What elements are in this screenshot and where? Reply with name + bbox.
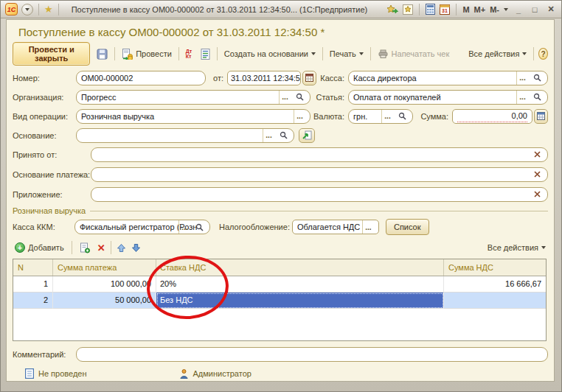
statya-field[interactable]: Оплата от покупателей ... [348, 90, 548, 105]
minimize-button[interactable]: _ [513, 5, 524, 14]
cell-payment[interactable]: 50 000,00 [53, 293, 156, 309]
col-header-vat-rate[interactable]: Ставка НДС [156, 259, 444, 276]
add-row-button[interactable]: + Добавить [13, 241, 66, 254]
dtkt-button[interactable]: ДтКт [184, 47, 194, 60]
taxation-field[interactable]: Облагается НДС ... [292, 220, 379, 234]
move-up-button[interactable] [117, 243, 126, 253]
choose-button[interactable]: ... [279, 91, 291, 104]
printer-icon [378, 49, 389, 58]
choose-button[interactable]: ... [178, 220, 190, 234]
move-down-button[interactable] [131, 243, 141, 253]
all-actions-button[interactable]: Все действия [466, 48, 529, 60]
help-button[interactable]: ? [538, 48, 548, 60]
currency-field[interactable]: грн. ... [348, 109, 413, 124]
app-window: 1С ★ Поступление в кассу ОМ00-000002 от … [0, 0, 562, 392]
cell-payment[interactable]: 100 000,00 [53, 276, 156, 293]
taxation-label: Налогообложение: [219, 223, 290, 231]
post-and-close-button[interactable]: Провести и закрыть [13, 42, 90, 66]
comment-label: Комментарий: [13, 350, 76, 359]
cell-n[interactable]: 1 [13, 276, 53, 293]
operation-kind-field[interactable]: Розничная выручка ... [76, 109, 311, 124]
1c-logo-icon[interactable]: 1С [5, 3, 18, 15]
accepted-from-field[interactable] [91, 147, 548, 162]
memory-mplus-button[interactable]: M+ [474, 5, 486, 14]
chevron-down-icon [522, 52, 527, 55]
magnifier-icon[interactable] [277, 129, 289, 142]
separator [72, 241, 72, 254]
number-field[interactable]: ОМ00-000002 [76, 71, 206, 85]
more-tools-chevron-icon[interactable] [504, 8, 508, 11]
document-list-icon [201, 49, 210, 60]
copy-row-button[interactable] [77, 241, 92, 255]
list-button[interactable]: Список [386, 219, 429, 235]
row-number-date-kassa: Номер: ОМ00-000002 от: 31.03.2011 12:34:… [13, 70, 548, 85]
cell-vat-sum[interactable]: 16 666,67 [444, 276, 546, 293]
kassa-field[interactable]: Касса директора ... [348, 71, 548, 85]
cell-vat-rate[interactable]: 20% [156, 276, 444, 293]
payment-basis-field[interactable] [91, 167, 548, 182]
table-row[interactable]: 1 100 000,00 20% 16 666,67 [13, 276, 546, 293]
table-row-selected[interactable]: 2 50 000,00 Без НДС [13, 293, 546, 309]
date-label: от: [213, 74, 223, 83]
delete-row-button[interactable]: ✕ [97, 243, 105, 253]
col-header-payment[interactable]: Сумма платежа [53, 259, 156, 276]
appendix-field[interactable] [91, 187, 548, 202]
copy-icon [80, 242, 90, 253]
movements-report-button[interactable] [198, 47, 212, 61]
save-button[interactable] [94, 47, 110, 61]
favorites-star-icon[interactable]: ★ [44, 4, 53, 14]
magnifier-icon[interactable] [531, 71, 543, 85]
choose-button[interactable]: ... [516, 91, 528, 104]
print-button[interactable]: Печать [327, 48, 366, 60]
create-based-on-button[interactable]: Создать на основании [222, 48, 318, 60]
separator [217, 47, 218, 60]
add-favorite-icon[interactable] [386, 4, 398, 15]
comment-field[interactable] [76, 347, 548, 362]
magnifier-icon[interactable] [193, 220, 205, 234]
magnifier-icon[interactable] [531, 91, 543, 104]
cell-n[interactable]: 2 [13, 293, 53, 309]
operation-kind-label: Вид операции: [13, 112, 76, 121]
kkm-field[interactable]: Фискальный регистратор (Розн ... [74, 220, 210, 234]
col-header-n[interactable]: N [13, 259, 53, 276]
payment-basis-label: Основание платежа: [13, 170, 91, 179]
maximize-button[interactable]: □ [529, 5, 541, 14]
retail-group-caption: Розничная выручка [13, 206, 548, 215]
arrow-down-icon [131, 243, 141, 253]
calendar-icon[interactable]: 31 [440, 4, 450, 15]
calculator-icon[interactable] [426, 4, 435, 15]
chevron-down-icon [541, 246, 546, 249]
post-button[interactable]: Провести [119, 47, 174, 61]
choose-button[interactable]: ... [294, 110, 305, 123]
clear-icon[interactable] [531, 188, 543, 201]
col-header-vat-sum[interactable]: Сумма НДС [444, 259, 546, 276]
separator [58, 4, 59, 15]
memory-m-button[interactable]: M [462, 5, 469, 14]
clear-icon[interactable] [531, 168, 543, 181]
choose-button[interactable]: ... [381, 110, 393, 123]
basis-label: Основание: [13, 131, 76, 140]
comment-row: Комментарий: [13, 346, 548, 362]
date-field[interactable]: 31.03.2011 12:34:50 [227, 71, 301, 85]
chevron-down-icon [25, 8, 30, 11]
basis-field[interactable]: ... [76, 128, 294, 143]
show-favorites-icon[interactable] [403, 4, 413, 15]
clear-icon[interactable] [531, 148, 543, 161]
amount-field[interactable]: 0,00 [452, 109, 532, 124]
print-receipt-button: Напечатать чек [375, 48, 452, 60]
memory-mminus-button[interactable]: M- [490, 5, 499, 14]
choose-button[interactable]: ... [516, 71, 528, 85]
magnifier-icon[interactable] [294, 91, 305, 104]
posted-status-text: Не проведен [38, 369, 87, 378]
magnifier-icon[interactable] [396, 110, 408, 123]
fill-from-basis-button[interactable] [299, 128, 315, 143]
choose-button[interactable]: ... [263, 129, 274, 142]
cell-vat-sum[interactable] [444, 293, 546, 309]
organization-field[interactable]: Прогресс ... [76, 90, 311, 105]
choose-button[interactable]: ... [362, 220, 374, 234]
close-button[interactable]: ✕ [545, 4, 557, 14]
cell-vat-rate-focused[interactable]: Без НДС [156, 293, 444, 309]
grid-all-actions-button[interactable]: Все действия [485, 242, 548, 253]
amount-calculator-button[interactable] [534, 109, 548, 124]
main-menu-button[interactable] [21, 4, 33, 15]
